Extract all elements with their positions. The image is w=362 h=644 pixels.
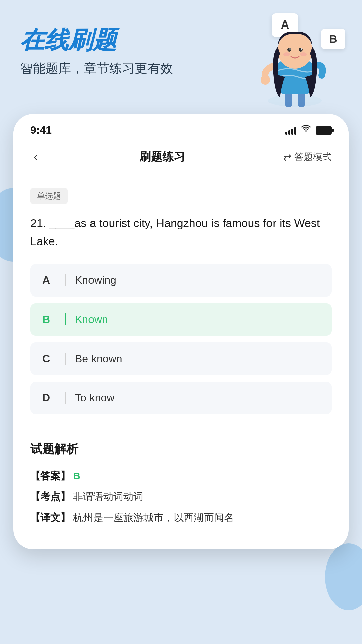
answer-mode-label: 答题模式 — [294, 151, 332, 163]
option-a-divider — [65, 274, 66, 286]
option-d-divider — [65, 392, 66, 404]
decoration-blob-right — [325, 543, 362, 610]
phone-mockup: 9:41 ‹ 刷题练习 — [13, 114, 349, 549]
option-c-letter: C — [42, 353, 56, 365]
analysis-knowledge-value: 非谓语动词动词 — [73, 491, 143, 502]
option-b-text: Known — [75, 313, 108, 326]
signal-icon — [285, 126, 296, 135]
analysis-answer-label: 【答案】 — [30, 470, 70, 481]
svg-point-0 — [268, 95, 322, 107]
battery-icon — [316, 126, 332, 135]
analysis-title: 试题解析 — [30, 441, 332, 458]
svg-point-8 — [299, 48, 303, 52]
option-c-text: Be known — [75, 353, 122, 365]
answer-mode-button[interactable]: ⇄ 答题模式 — [283, 151, 332, 163]
analysis-translation-line: 【译文】 杭州是一座旅游城市，以西湖而闻名 — [30, 508, 332, 527]
question-area: 单选题 21. ____as a tourist city, Hangzhou … — [13, 174, 349, 428]
option-b-divider — [65, 313, 66, 325]
options-list: A Knowing B Known C Be known D To know — [30, 264, 332, 414]
nav-bar: ‹ 刷题练习 ⇄ 答题模式 — [13, 140, 349, 174]
svg-point-10 — [301, 48, 302, 50]
option-b-letter: B — [42, 313, 56, 326]
option-a-letter: A — [42, 274, 56, 286]
back-button[interactable]: ‹ — [30, 147, 41, 167]
status-bar: 9:41 — [13, 114, 349, 140]
option-c[interactable]: C Be known — [30, 342, 332, 375]
analysis-knowledge-label: 【考点】 — [30, 491, 70, 502]
question-text: 21. ____as a tourist city, Hangzhou is f… — [30, 214, 332, 251]
svg-point-6 — [278, 32, 312, 69]
analysis-knowledge-line: 【考点】 非谓语动词动词 — [30, 488, 332, 506]
analysis-answer-line: 【答案】 B — [30, 467, 332, 485]
svg-point-9 — [289, 48, 291, 50]
option-a-text: Knowing — [75, 274, 116, 286]
analysis-section: 试题解析 【答案】 B 【考点】 非谓语动词动词 【译文】 杭州是一座旅游城市，… — [13, 428, 349, 536]
option-b[interactable]: B Known — [30, 303, 332, 336]
option-d-letter: D — [42, 392, 56, 404]
status-time: 9:41 — [30, 124, 52, 137]
wifi-icon — [301, 125, 311, 136]
illustration: A B — [241, 10, 349, 114]
question-type-badge: 单选题 — [30, 188, 68, 204]
option-a[interactable]: A Knowing — [30, 264, 332, 297]
svg-point-11 — [283, 52, 290, 56]
nav-title: 刷题练习 — [139, 149, 185, 165]
analysis-translation-label: 【译文】 — [30, 512, 70, 523]
option-d-text: To know — [75, 392, 114, 404]
option-c-divider — [65, 353, 66, 365]
svg-rect-5 — [264, 73, 267, 80]
header-area: 在线刷题 智能题库，章节练习更有效 A B — [0, 0, 362, 114]
analysis-answer-value: B — [73, 470, 80, 481]
status-icons — [285, 125, 332, 136]
character-svg — [251, 27, 339, 114]
analysis-translation-value: 杭州是一座旅游城市，以西湖而闻名 — [73, 512, 234, 523]
option-d[interactable]: D To know — [30, 382, 332, 414]
answer-mode-icon: ⇄ — [283, 151, 292, 163]
svg-point-7 — [287, 48, 291, 52]
svg-point-12 — [300, 52, 307, 56]
